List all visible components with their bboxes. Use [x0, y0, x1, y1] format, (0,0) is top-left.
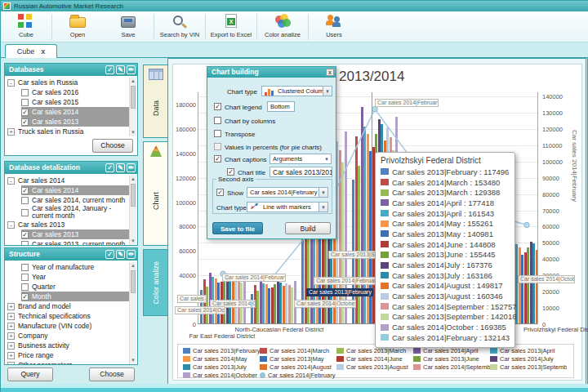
legend-item[interactable]: Car sales 2013|September	[490, 363, 567, 371]
legend-item[interactable]: Car sales 2014|June	[336, 354, 413, 363]
collapse-icon[interactable]: -	[7, 177, 15, 185]
second-axis-show-checkbox[interactable]: ✓	[216, 189, 224, 196]
legend-item[interactable]: Car sales 2014|September	[413, 363, 490, 371]
legend-item[interactable]: Car sales 2014|July	[490, 354, 567, 363]
second-axis-series-dropdown-icon[interactable]: ▼	[318, 187, 328, 198]
chart-type-combo[interactable]: Clustered Column	[261, 86, 323, 96]
build-button[interactable]: Build	[285, 222, 331, 234]
toolbar-button-save[interactable]: Save	[103, 11, 154, 42]
check-all-icon[interactable]: ✓	[105, 163, 114, 172]
legend-item[interactable]: Car sales 2014|February	[260, 371, 336, 379]
expand-icon[interactable]: +	[7, 352, 15, 359]
values-in-percents-checkbox[interactable]	[214, 143, 221, 150]
tree-node[interactable]: +Brand and model	[5, 301, 137, 311]
dialog-close-icon[interactable]: x	[326, 69, 334, 76]
choose-button[interactable]: Choose	[89, 368, 135, 381]
checkbox[interactable]	[21, 89, 29, 96]
tree-node[interactable]: +Price range	[5, 350, 137, 360]
checkbox[interactable]	[21, 274, 29, 281]
tree-node[interactable]: +Business activity	[5, 341, 137, 350]
second-axis-type-dropdown-icon[interactable]: ▼	[318, 202, 328, 212]
legend-item[interactable]: Car sales 2014|May	[183, 354, 260, 363]
legend-position-combo[interactable]: Bottom ▼	[267, 101, 295, 112]
transpose-checkbox[interactable]	[214, 130, 221, 137]
check-all-icon[interactable]: ✓	[105, 65, 114, 74]
edit-alt-icon[interactable]: ✏	[127, 250, 136, 259]
tree-item[interactable]: ✓Month	[21, 292, 129, 301]
tree-node[interactable]: +Other parameters	[5, 360, 137, 364]
legend-item[interactable]: Car sales 2014|October	[183, 371, 260, 379]
checkbox[interactable]: ✓	[21, 293, 29, 301]
tab-data[interactable]: Data	[143, 65, 167, 138]
toolbar-button-search-by-vin[interactable]: Search by VIN	[154, 11, 205, 42]
toolbar-button-export-to-excel[interactable]: Export to Excel	[206, 11, 256, 42]
edit-alt-icon[interactable]: ✏	[127, 65, 136, 74]
checkbox[interactable]	[21, 283, 29, 291]
edit-icon[interactable]: ✎	[116, 65, 125, 74]
checkbox[interactable]: ✓	[21, 231, 29, 238]
dialog-header[interactable]: Chart building x	[207, 67, 336, 78]
checkbox[interactable]	[21, 264, 29, 271]
tree-node[interactable]: +Technical specifications	[5, 311, 137, 321]
expand-icon[interactable]: +	[7, 323, 15, 330]
databases-scrollbar[interactable]: ▲▼	[129, 78, 136, 136]
query-button[interactable]: Query	[7, 368, 53, 381]
tree-node[interactable]: +Truck sales in Russia	[5, 127, 137, 136]
line-marker[interactable]	[372, 106, 377, 111]
chart-type-dropdown-icon[interactable]: ▼	[323, 86, 332, 96]
second-axis-series-combo[interactable]: Car sales 2014|February	[247, 187, 319, 198]
tree-item[interactable]: Car sales 2015	[21, 97, 137, 107]
collapse-icon[interactable]: -	[7, 221, 15, 229]
toolbar-button-users[interactable]: Users	[309, 11, 359, 42]
detalization-scrollbar[interactable]: ▲▼	[129, 176, 136, 245]
tree-node[interactable]: +Manufacture (VIN code)	[5, 321, 137, 331]
tree-item[interactable]: Car sales 2013, current month	[21, 239, 137, 245]
tab-chart[interactable]: Chart	[143, 141, 167, 246]
legend-item[interactable]: Car sales 2013|February	[183, 346, 260, 354]
toolbar-button-color-analize[interactable]: Color analize	[257, 11, 308, 42]
line-marker[interactable]	[524, 222, 529, 227]
legend-item[interactable]: Car sales 2014|March	[260, 346, 336, 354]
expand-icon[interactable]: +	[7, 303, 15, 310]
tree-node[interactable]: +Company	[5, 331, 137, 341]
checkbox[interactable]	[21, 197, 29, 204]
checkbox[interactable]	[21, 99, 29, 106]
legend-item[interactable]: Car sales 2013|May	[260, 354, 336, 363]
collapse-icon[interactable]: -	[7, 79, 15, 87]
edit-icon[interactable]: ✎	[116, 163, 125, 172]
tab-cube[interactable]: Cube x	[5, 44, 57, 58]
legend-item[interactable]: Car sales 2013|August	[336, 363, 413, 371]
legend-item[interactable]: Car sales 2014|August	[260, 363, 336, 371]
tree-item[interactable]: ✓Car sales 2013	[21, 229, 129, 239]
edit-icon[interactable]: ✎	[116, 250, 125, 259]
tree-item[interactable]: ✓Car sales 2014	[21, 185, 129, 195]
legend-item[interactable]: Car sales 2013|July	[183, 363, 260, 371]
chart-title-checkbox[interactable]: ✓	[227, 168, 234, 176]
tree-item[interactable]: ✓Car sales 2013	[21, 117, 129, 127]
tab-close-icon[interactable]: x	[41, 47, 45, 56]
checkbox[interactable]: ✓	[21, 118, 29, 126]
checkbox[interactable]: ✓	[21, 109, 29, 116]
check-all-icon[interactable]: ✓	[105, 250, 114, 259]
checkbox[interactable]	[21, 241, 29, 246]
expand-icon[interactable]: +	[7, 128, 15, 136]
toolbar-button-open[interactable]: Open	[52, 11, 103, 42]
tree-item[interactable]: ✓Car sales 2014	[21, 107, 129, 117]
tab-color-analize[interactable]: Color analize	[143, 249, 167, 316]
legend-item[interactable]: Car sales 2013|June	[413, 354, 490, 363]
tree-item[interactable]: Quarter	[21, 282, 137, 292]
chart-by-columns-checkbox[interactable]	[214, 117, 221, 124]
structure-scrollbar[interactable]: ▲▼	[129, 262, 136, 364]
expand-icon[interactable]: +	[7, 342, 15, 350]
toolbar-button-cube[interactable]: Cube	[1, 11, 51, 42]
tree-item[interactable]: Year	[21, 272, 137, 282]
tree-item[interactable]: Car sales 2014, January - current month	[21, 205, 137, 220]
expand-icon[interactable]: +	[7, 362, 15, 365]
expand-icon[interactable]: +	[7, 332, 15, 340]
tree-node[interactable]: -Car sales 2013	[5, 220, 137, 229]
tree-node[interactable]: -Car sales 2014	[5, 176, 137, 185]
second-axis-type-combo[interactable]: Line with markers	[247, 202, 319, 212]
tree-item[interactable]: Year of manufacture	[21, 262, 137, 272]
expand-icon[interactable]: +	[7, 313, 15, 320]
checkbox[interactable]: ✓	[21, 187, 29, 194]
